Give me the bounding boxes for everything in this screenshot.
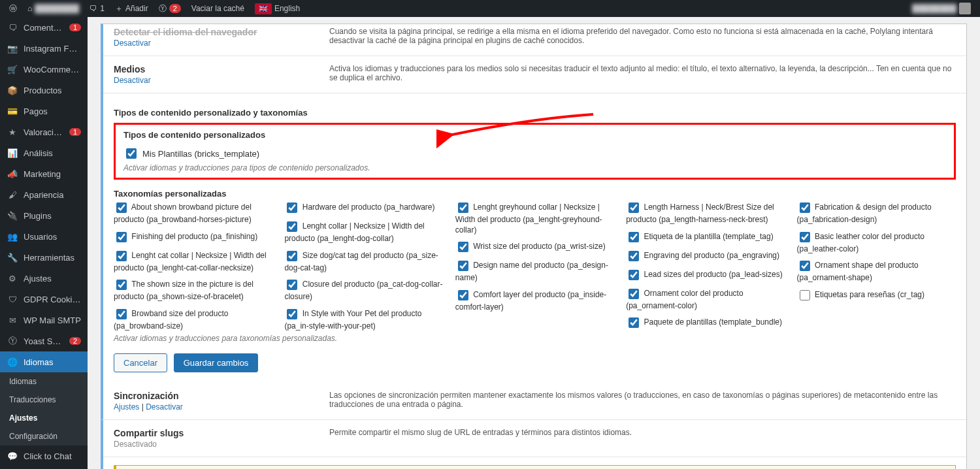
taxonomy-checkbox[interactable]: Paquete de plantillas (template_bundle) <box>626 317 785 330</box>
setting-detect-browser: Detectar el idioma del navegador Desacti… <box>103 24 966 56</box>
taxonomy-checkbox[interactable]: Ornament shape del producto (pa_ornament… <box>797 261 956 283</box>
comment-icon: 🗨 <box>7 22 18 33</box>
taxonomy-checkbox[interactable]: Wrist size del producto (pa_wrist-size) <box>455 242 614 254</box>
count-badge: 1 <box>69 128 81 136</box>
wordpress-icon: ⓦ <box>9 3 17 14</box>
yoast-icon: Ⓨ <box>7 335 18 347</box>
sidebar-item[interactable]: ≡Premmerce <box>0 466 88 469</box>
taxonomy-checkbox[interactable]: Fabrication & design del producto (pa_fa… <box>797 202 956 225</box>
cpt-description: Activar idiomas y traducciones para tipo… <box>123 163 946 172</box>
taxonomy-checkbox[interactable]: Design name del producto (pa_design-name… <box>455 261 614 283</box>
adjust-link[interactable]: Ajustes <box>114 402 139 412</box>
setting-description: Cuando se visita la página principal, se… <box>329 27 956 48</box>
setting-state: Desactivado <box>114 440 310 449</box>
pro-notice: ⟳ Necesitas Polylang Pro para activar es… <box>114 465 956 469</box>
sidebar-item[interactable]: 💳Pagos <box>0 101 88 121</box>
taxonomy-checkbox[interactable]: Ornament color del producto (pa_ornament… <box>626 289 785 312</box>
sidebar-item[interactable]: 🌐Idiomas <box>0 351 88 372</box>
setting-description: Activa los idiomas y traducciones para l… <box>329 64 956 85</box>
mail-icon: ✉ <box>7 314 18 326</box>
deactivate-link[interactable]: Desactivar <box>114 39 151 48</box>
cancel-button[interactable]: Cancelar <box>114 353 167 372</box>
taxonomy-checkbox[interactable]: Lenght cat collar | Necksize | Width del… <box>114 251 272 274</box>
sidebar-subitem[interactable]: Configuración <box>0 427 88 445</box>
taxonomy-checkbox[interactable]: Finishing del producto (pa_finishing) <box>114 232 272 244</box>
taxonomy-checkbox[interactable]: Lenght collar | Necksize | Width del pro… <box>284 221 443 244</box>
count-badge: 1 <box>69 24 81 31</box>
sidebar-subitem[interactable]: Ajustes <box>0 409 88 427</box>
setting-media: Medios Desactivar Activa los idiomas y t… <box>103 56 966 93</box>
shield-icon: 🛡 <box>7 293 18 305</box>
sidebar-item[interactable]: ★Valoraciones1 <box>0 121 88 142</box>
yoast-icon: Ⓨ <box>159 3 167 14</box>
avatar <box>959 3 971 14</box>
save-button[interactable]: Guardar cambios <box>174 353 259 372</box>
sidebar-item[interactable]: 🗨Comentarios1 <box>0 17 88 38</box>
cpt-bricks-template-checkbox[interactable] <box>126 148 137 159</box>
taxonomy-checkbox[interactable]: Hardware del producto (pa_hardware) <box>284 202 443 215</box>
toolbar-clear-cache[interactable]: Vaciar la caché <box>186 0 250 17</box>
sidebar-item[interactable]: 🖌Apariencia <box>0 184 88 205</box>
sidebar-item[interactable]: 🛒WooCommerce <box>0 59 88 80</box>
chat-icon: 💬 <box>7 450 18 462</box>
sidebar-item[interactable]: 🔌Plugins <box>0 205 88 226</box>
taxonomy-checkbox[interactable]: The shown size in the picture is del pro… <box>114 280 272 302</box>
toolbar-new[interactable]: ＋Añadir <box>110 0 154 17</box>
card-icon: 💳 <box>7 105 18 117</box>
toolbar-language[interactable]: 🇬🇧English <box>250 0 305 17</box>
sidebar-item[interactable]: 📦Productos <box>0 80 88 101</box>
plus-icon: ＋ <box>115 3 123 14</box>
sidebar-item[interactable]: 💬Click to Chat <box>0 445 88 466</box>
deactivate-link[interactable]: Desactivar <box>146 402 183 412</box>
cart-icon: 🛒 <box>7 63 18 75</box>
tax-description: Activar idiomas y traducciones para taxo… <box>114 334 956 343</box>
sidebar-item[interactable]: 📷Instagram Feeds <box>0 38 88 59</box>
camera-icon: 📷 <box>7 42 18 54</box>
taxonomy-checkbox[interactable]: Basic leather color del producto (pa_lea… <box>797 232 956 255</box>
sidebar-subitem[interactable]: Traducciones <box>0 391 88 409</box>
sidebar-item[interactable]: 🛡GDPR Cookie Compliance <box>0 289 88 310</box>
setting-title: Sincronización <box>114 391 310 401</box>
taxonomy-grid: About shown browband picture del product… <box>114 202 956 331</box>
setting-sync: Sincronización Ajustes | Desactivar Las … <box>101 383 966 420</box>
setting-description: Las opciones de sincronización permiten … <box>329 391 956 412</box>
taxonomy-checkbox[interactable]: Comfort layer del producto (pa_inside-co… <box>455 290 614 313</box>
count-badge: 2 <box>69 337 81 345</box>
settings-panel: Detectar el idioma del navegador Desacti… <box>101 24 967 469</box>
comment-icon: 🗨 <box>90 4 97 13</box>
sidebar-item[interactable]: 📊Análisis <box>0 142 88 163</box>
taxonomy-checkbox[interactable]: Lenght greyhound collar | Necksize | Wid… <box>455 202 614 235</box>
setting-title: Detectar el idioma del navegador <box>114 27 310 37</box>
taxonomy-checkbox[interactable]: Size dog/cat tag del producto (pa_size-d… <box>284 251 443 274</box>
taxonomy-checkbox[interactable]: In Style with Your Pet del producto (pa_… <box>284 309 443 332</box>
wrench-icon: 🔧 <box>7 251 18 263</box>
sidebar-item[interactable]: ⚙Ajustes <box>0 268 88 289</box>
annotation-arrow <box>436 109 606 148</box>
toolbar-yoast[interactable]: Ⓨ2 <box>154 0 186 17</box>
sidebar-item[interactable]: ✉WP Mail SMTP <box>0 310 88 331</box>
brush-icon: 🖌 <box>7 189 18 201</box>
sidebar-item[interactable]: 📣Marketing <box>0 163 88 184</box>
taxonomy-checkbox[interactable]: About shown browband picture del product… <box>114 202 272 225</box>
taxonomy-checkbox[interactable]: Etiqueta de la plantilla (template_tag) <box>626 232 785 244</box>
site-home[interactable]: ⌂████████ <box>22 0 84 17</box>
taxonomy-checkbox[interactable]: Etiquetas para reseñas (cr_tag) <box>797 290 956 302</box>
sliders-icon: ⚙ <box>7 272 18 284</box>
plug-icon: 🔌 <box>7 210 18 221</box>
taxonomy-checkbox[interactable]: Engraving del producto (pa_engraving) <box>626 251 785 263</box>
taxonomy-checkbox[interactable]: Browband size del producto (pa_browband-… <box>114 309 272 332</box>
setting-description: Permite compartir el mismo slug de URL d… <box>329 428 956 449</box>
sidebar-subitem[interactable]: Idiomas <box>0 372 88 391</box>
wp-logo[interactable]: ⓦ <box>4 0 22 17</box>
toolbar-account[interactable]: ████████ <box>907 0 976 17</box>
cpt-checkbox-row[interactable]: Mis Plantillas (bricks_template) <box>123 146 946 161</box>
sidebar-item[interactable]: ⓎYoast SEO2 <box>0 331 88 351</box>
taxonomy-checkbox[interactable]: Lead sizes del producto (pa_lead-sizes) <box>626 270 785 282</box>
sidebar-item[interactable]: 🔧Herramientas <box>0 247 88 268</box>
taxonomy-checkbox[interactable]: Closure del producto (pa_cat-dog-collar-… <box>284 280 443 302</box>
taxonomy-checkbox[interactable]: Length Harness | Neck/Brest Size del pro… <box>626 202 785 225</box>
setting-cpt-taxonomies: Tipos de contenido personalizado y taxon… <box>103 93 966 383</box>
deactivate-link[interactable]: Desactivar <box>114 76 151 85</box>
sidebar-item[interactable]: 👥Usuarios <box>0 226 88 247</box>
toolbar-comments[interactable]: 🗨1 <box>84 0 110 17</box>
